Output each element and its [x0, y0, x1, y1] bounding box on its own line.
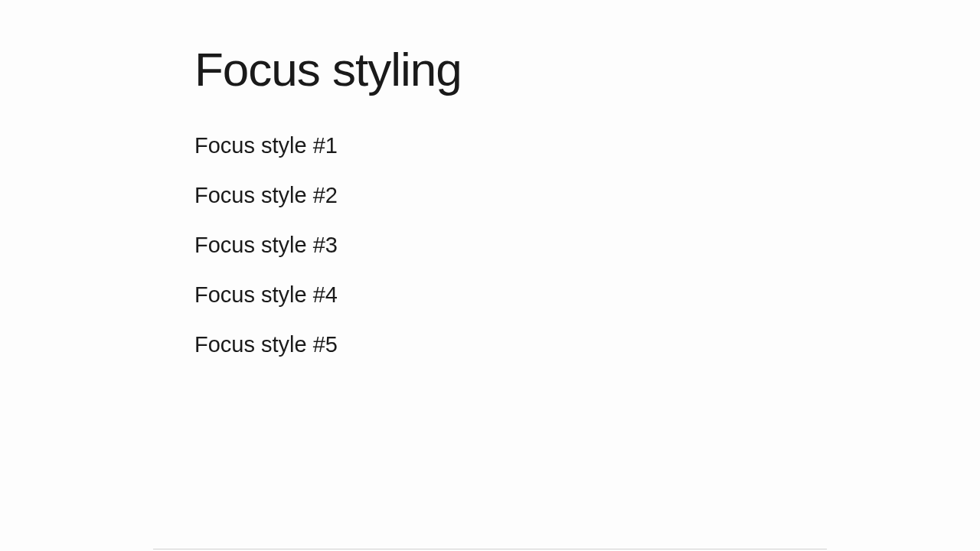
- focus-style-link-1[interactable]: Focus style #1: [194, 133, 338, 158]
- focus-style-link-2[interactable]: Focus style #2: [194, 183, 338, 208]
- focus-style-link-5[interactable]: Focus style #5: [194, 332, 338, 357]
- focus-style-link-4[interactable]: Focus style #4: [194, 282, 338, 308]
- main-content: Focus styling Focus style #1 Focus style…: [0, 0, 980, 357]
- focus-style-link-3[interactable]: Focus style #3: [194, 233, 338, 258]
- link-list: Focus style #1 Focus style #2 Focus styl…: [194, 133, 980, 357]
- footer-divider: [153, 549, 827, 549]
- page-title: Focus styling: [194, 42, 980, 96]
